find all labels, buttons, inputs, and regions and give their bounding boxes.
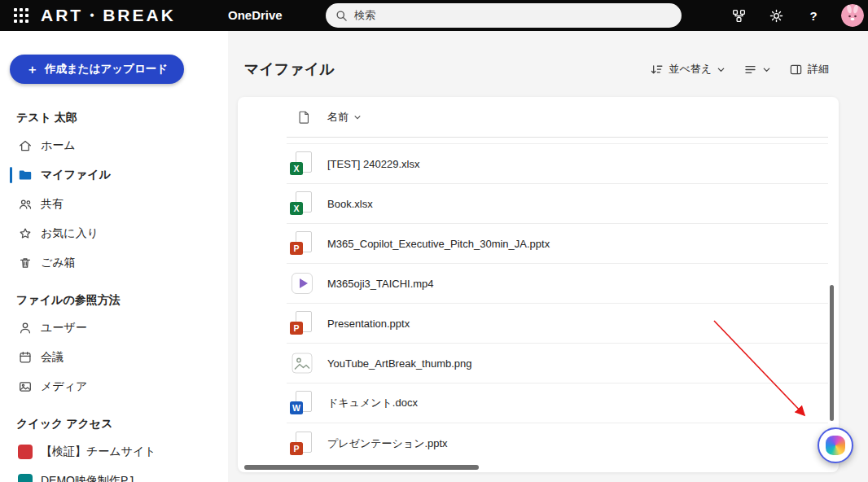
file-row[interactable]: Wドキュメント.docx bbox=[287, 383, 828, 423]
file-list-card: 名前 X[TEST] 240229.xlsxXBook.xlsxPM365_Co… bbox=[238, 97, 839, 472]
file-name[interactable]: Presentation.pptx bbox=[327, 318, 410, 330]
sidebar-item-shared[interactable]: 共有 bbox=[0, 190, 228, 219]
waffle-icon bbox=[14, 8, 28, 23]
create-upload-button[interactable]: ＋ 作成またはアップロード bbox=[10, 55, 184, 84]
details-pane-button[interactable]: 詳細 bbox=[789, 57, 829, 81]
vertical-scrollbar[interactable] bbox=[830, 285, 834, 421]
sidebar-quick-nav: 【検証】チームサイト DEMO映像制作PJ bbox=[0, 437, 228, 482]
file-list-header: 名前 bbox=[238, 97, 839, 138]
people-icon bbox=[18, 197, 33, 212]
file-row[interactable]: X[TEST] 240229.xlsx bbox=[287, 144, 828, 184]
user-name: テスト 太郎 bbox=[16, 112, 228, 123]
sidebar: ＋ 作成またはアップロード テスト 太郎 ホーム マイファイル 共有 お気に入り bbox=[0, 31, 228, 482]
file-name[interactable]: M365_Copilot_Executive_Pitch_30min_JA.pp… bbox=[327, 238, 550, 250]
settings-gear-icon[interactable] bbox=[766, 6, 786, 25]
image-file-icon bbox=[289, 350, 315, 376]
person-icon bbox=[18, 321, 33, 335]
avatar[interactable] bbox=[841, 4, 864, 27]
sort-button[interactable]: 並べ替え bbox=[650, 57, 726, 81]
main-area: マイファイル 並べ替え 詳細 名前 bbox=[228, 31, 868, 482]
powerpoint-file-icon: P bbox=[289, 310, 315, 336]
file-row[interactable]: YouTube_ArtBreak_thumb.png bbox=[287, 344, 828, 383]
file-row[interactable]: XBook.xlsx bbox=[287, 184, 828, 224]
file-row[interactable]: M365oji3_TAICHI.mp4 bbox=[287, 264, 828, 304]
sort-label: 並べ替え bbox=[669, 62, 712, 77]
sidebar-item-label: 【検証】チームサイト bbox=[41, 445, 156, 459]
search-box[interactable]: 検索 bbox=[326, 3, 682, 28]
search-placeholder: 検索 bbox=[354, 8, 375, 23]
details-pane-icon bbox=[789, 63, 803, 77]
file-row[interactable]: Pプレゼンテーション.pptx bbox=[287, 423, 828, 463]
sidebar-item-recycle-bin[interactable]: ごみ箱 bbox=[0, 248, 228, 278]
topbar-actions: ? bbox=[729, 0, 864, 31]
powerpoint-file-icon: P bbox=[289, 230, 315, 256]
excel-file-icon: X bbox=[289, 151, 315, 177]
sidebar-item-label: ごみ箱 bbox=[41, 256, 76, 270]
video-file-icon bbox=[289, 270, 315, 296]
demo-project-icon bbox=[18, 474, 33, 482]
sidebar-item-label: ホーム bbox=[41, 138, 76, 153]
sidebar-item-people[interactable]: ユーザー bbox=[0, 313, 228, 343]
onedrive-app: ART・BREAK OneDrive 検索 ? ＋ 作成またはアップロード bbox=[0, 0, 868, 482]
copilot-icon bbox=[826, 436, 845, 455]
horizontal-scrollbar[interactable] bbox=[244, 465, 479, 470]
plus-icon: ＋ bbox=[26, 62, 38, 77]
view-options-button[interactable] bbox=[743, 57, 771, 81]
file-name[interactable]: [TEST] 240229.xlsx bbox=[327, 158, 419, 170]
app-launcher-button[interactable] bbox=[7, 0, 36, 31]
diagram-icon[interactable] bbox=[729, 6, 748, 25]
star-icon bbox=[18, 226, 33, 241]
help-label: ? bbox=[809, 9, 817, 23]
avatar-bunny-image bbox=[841, 4, 864, 27]
name-header-label: 名前 bbox=[327, 110, 349, 125]
sidebar-item-demo-project[interactable]: DEMO映像制作PJ bbox=[0, 467, 228, 482]
topbar: ART・BREAK OneDrive 検索 ? bbox=[0, 0, 868, 31]
quick-access-heading: クイック アクセス bbox=[16, 418, 228, 429]
team-site-icon bbox=[18, 445, 33, 459]
browse-heading: ファイルの参照方法 bbox=[16, 294, 228, 305]
sidebar-item-team-site[interactable]: 【検証】チームサイト bbox=[0, 437, 228, 467]
calendar-icon bbox=[18, 350, 33, 365]
sidebar-nav: ホーム マイファイル 共有 お気に入り ごみ箱 bbox=[0, 131, 228, 278]
sidebar-item-label: ユーザー bbox=[41, 321, 87, 335]
create-upload-label: 作成またはアップロード bbox=[45, 62, 168, 77]
file-name[interactable]: プレゼンテーション.pptx bbox=[327, 436, 448, 451]
sidebar-item-label: お気に入り bbox=[41, 226, 99, 241]
details-label: 詳細 bbox=[808, 62, 829, 77]
file-name[interactable]: Book.xlsx bbox=[327, 198, 373, 210]
sidebar-item-meetings[interactable]: 会議 bbox=[0, 343, 228, 372]
home-icon bbox=[18, 138, 33, 153]
file-name[interactable]: ドキュメント.docx bbox=[327, 396, 418, 410]
sidebar-browse-nav: ユーザー 会議 メディア bbox=[0, 313, 228, 401]
sidebar-item-label: メディア bbox=[41, 379, 87, 394]
page-title: マイファイル bbox=[244, 60, 335, 78]
file-row[interactable]: PPresentation.pptx bbox=[287, 304, 828, 344]
file-name[interactable]: M365oji3_TAICHI.mp4 bbox=[327, 278, 434, 290]
list-view-icon bbox=[743, 63, 757, 77]
search-icon bbox=[335, 10, 348, 22]
name-column-header[interactable]: 名前 bbox=[327, 110, 362, 125]
trash-icon bbox=[18, 256, 33, 270]
sidebar-item-label: マイファイル bbox=[41, 168, 111, 182]
sidebar-item-favorites[interactable]: お気に入り bbox=[0, 219, 228, 248]
sidebar-item-home[interactable]: ホーム bbox=[0, 131, 228, 160]
help-button[interactable]: ? bbox=[804, 6, 823, 25]
app-name[interactable]: OneDrive bbox=[228, 0, 283, 31]
powerpoint-file-icon: P bbox=[289, 431, 315, 457]
brand-logo: ART・BREAK bbox=[41, 0, 176, 31]
chevron-down-icon bbox=[762, 65, 771, 74]
sidebar-item-label: DEMO映像制作PJ bbox=[41, 474, 134, 482]
sidebar-item-media[interactable]: メディア bbox=[0, 372, 228, 401]
file-name[interactable]: YouTube_ArtBreak_thumb.png bbox=[327, 357, 472, 370]
sidebar-item-label: 会議 bbox=[41, 350, 64, 365]
sidebar-item-label: 共有 bbox=[41, 197, 64, 212]
sort-icon bbox=[650, 63, 664, 77]
toolbar: 並べ替え 詳細 bbox=[650, 57, 829, 81]
copilot-button[interactable] bbox=[818, 427, 853, 463]
chevron-down-icon bbox=[353, 113, 362, 121]
chevron-down-icon bbox=[717, 65, 726, 74]
word-file-icon: W bbox=[289, 390, 315, 416]
file-row[interactable]: PM365_Copilot_Executive_Pitch_30min_JA.p… bbox=[287, 224, 828, 264]
file-list: X[TEST] 240229.xlsxXBook.xlsxPM365_Copil… bbox=[287, 143, 828, 463]
sidebar-item-my-files[interactable]: マイファイル bbox=[0, 160, 228, 190]
